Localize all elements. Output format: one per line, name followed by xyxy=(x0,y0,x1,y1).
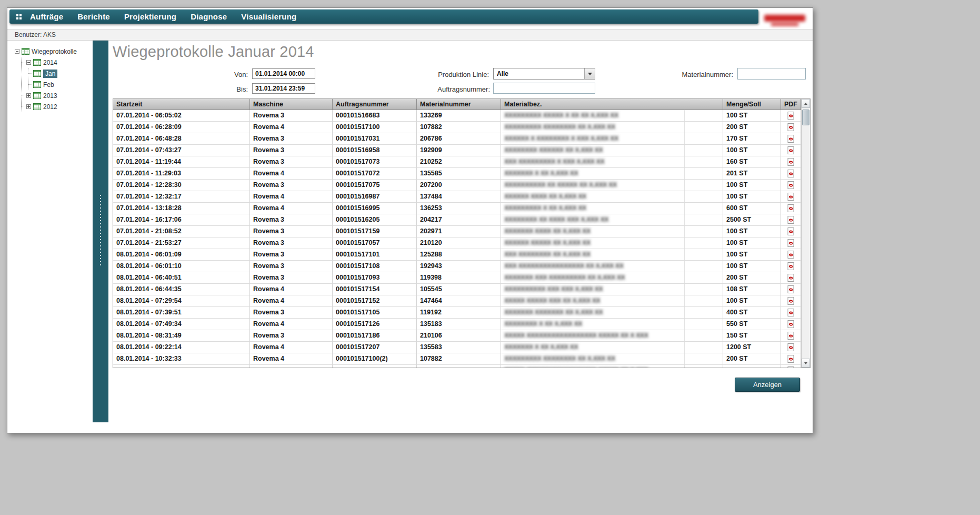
tree-label-root[interactable]: Wiegeprotokolle xyxy=(32,48,77,55)
expand-icon[interactable] xyxy=(26,93,31,98)
app-grid-icon[interactable] xyxy=(16,14,22,19)
pdf-icon[interactable] xyxy=(787,123,794,131)
scrollbar-thumb[interactable] xyxy=(802,110,809,125)
vertical-scrollbar[interactable] xyxy=(801,99,810,368)
cell-maschine: Rovema 3 xyxy=(250,156,333,168)
column-header-materialbez[interactable]: Materialbez. xyxy=(501,99,723,110)
tree-node-2013[interactable]: 2013 xyxy=(22,90,93,101)
pdf-icon[interactable] xyxy=(787,204,794,212)
table-row[interactable]: 07.01.2014 - 21:08:52 Rovema 3 000101517… xyxy=(113,226,801,237)
redacted-text: XXXXX XXXXX XXX XX X.XXX XX xyxy=(504,297,600,304)
table-row[interactable]: 08.01.2014 - 08:31:49 Rovema 3 000101517… xyxy=(113,330,801,342)
tree-node-2012[interactable]: 2012 xyxy=(22,101,93,112)
tree-node-feb[interactable]: Feb xyxy=(28,79,93,90)
table-row[interactable]: 07.01.2014 - 11:29:03 Rovema 4 000101517… xyxy=(113,168,801,180)
tree-label-2014[interactable]: 2014 xyxy=(43,59,57,66)
table-row[interactable]: 08.01.2014 - 09:22:14 Rovema 4 000101517… xyxy=(113,342,801,353)
cell-maschine: Rovema 3 xyxy=(250,226,333,237)
pdf-icon[interactable] xyxy=(787,112,794,120)
pdf-icon[interactable] xyxy=(787,158,794,166)
pdf-icon[interactable] xyxy=(787,285,794,293)
column-header-pdf[interactable]: PDF xyxy=(781,99,801,110)
column-header-materialnummer[interactable]: Materialnummer xyxy=(417,99,501,110)
pdf-icon[interactable] xyxy=(787,227,794,235)
table-row[interactable]: 07.01.2014 - 12:28:30 Rovema 3 000101517… xyxy=(113,180,801,191)
table-row[interactable]: 07.01.2014 - 07:43:27 Rovema 3 000101516… xyxy=(113,145,801,156)
pdf-icon[interactable] xyxy=(787,309,794,316)
collapse-icon[interactable] xyxy=(26,60,31,65)
cell-menge-soll: 600 ST xyxy=(723,203,781,214)
table-row[interactable]: 07.01.2014 - 16:17:06 Rovema 3 000101516… xyxy=(113,214,801,226)
pdf-icon[interactable] xyxy=(787,320,794,328)
pdf-icon[interactable] xyxy=(787,146,794,154)
cell-maschine: Rovema 3 xyxy=(250,145,333,156)
cell-startzeit: 07.01.2014 - 13:18:28 xyxy=(113,203,250,214)
menu-diagnose[interactable]: Diagnose xyxy=(191,12,227,21)
table-row[interactable]: 07.01.2014 - 06:48:28 Rovema 3 000101517… xyxy=(113,133,801,145)
cell-materialbez: XXXXXXXX X XX X.XXX XX xyxy=(501,319,723,330)
cell-maschine: Rovema 4 xyxy=(250,284,333,295)
column-header-mengesoll[interactable]: Menge/Soll xyxy=(723,99,781,110)
column-header-maschine[interactable]: Maschine xyxy=(250,99,333,110)
pdf-icon[interactable] xyxy=(787,332,794,340)
table-row[interactable]: 07.01.2014 - 06:28:09 Rovema 4 000101517… xyxy=(113,122,801,133)
table-row[interactable]: 08.01.2014 - 07:49:34 Rovema 4 000101517… xyxy=(113,319,801,330)
table-row[interactable]: 08.01.2014 - 06:40:51 Rovema 3 000101517… xyxy=(113,272,801,284)
von-input[interactable] xyxy=(252,68,315,79)
tree-label-jan[interactable]: Jan xyxy=(43,70,57,78)
table-row[interactable]: 08.01.2014 - 10:32:33 Rovema 4 000101517… xyxy=(113,353,801,365)
scroll-down-icon[interactable] xyxy=(802,359,810,368)
pdf-icon[interactable] xyxy=(787,367,794,368)
scroll-up-icon[interactable] xyxy=(802,99,810,108)
pdf-icon[interactable] xyxy=(787,193,794,201)
bis-input[interactable] xyxy=(252,83,315,94)
column-header-startzeit[interactable]: Startzeit xyxy=(113,99,250,110)
menu-berichte[interactable]: Berichte xyxy=(77,12,110,21)
pdf-icon[interactable] xyxy=(787,216,794,224)
table-row[interactable]: 08.01.2014 - 06:01:10 Rovema 3 000101517… xyxy=(113,261,801,272)
table-row[interactable]: 07.01.2014 - 21:53:27 Rovema 3 000101517… xyxy=(113,237,801,249)
panel-splitter[interactable] xyxy=(93,41,108,422)
table-row[interactable]: 07.01.2014 - 12:32:17 Rovema 4 000101516… xyxy=(113,191,801,203)
cell-pdf xyxy=(781,122,801,133)
menu-visualisierung[interactable]: Visualisierung xyxy=(241,12,296,21)
table-row[interactable]: 08.01.2014 - 10:58:07 Rovema 3 000101517… xyxy=(113,365,801,368)
table-row[interactable]: 07.01.2014 - 13:18:28 Rovema 4 000101516… xyxy=(113,203,801,214)
pdf-icon[interactable] xyxy=(787,355,794,363)
column-header-auftragsnummer[interactable]: Auftragsnummer xyxy=(333,99,417,110)
table-row[interactable]: 08.01.2014 - 07:29:54 Rovema 4 000101517… xyxy=(113,295,801,307)
table-row[interactable]: 07.01.2014 - 11:19:44 Rovema 3 000101517… xyxy=(113,156,801,168)
anzeigen-button[interactable]: Anzeigen xyxy=(735,378,800,392)
tree-label-feb[interactable]: Feb xyxy=(43,81,54,88)
auftragsnummer-input[interactable] xyxy=(493,83,595,94)
pdf-icon[interactable] xyxy=(787,135,794,143)
pdf-icon[interactable] xyxy=(787,343,794,351)
materialnummer-input[interactable] xyxy=(737,68,806,80)
pdf-icon[interactable] xyxy=(787,239,794,247)
tree-label-2013[interactable]: 2013 xyxy=(43,92,57,100)
pdf-icon[interactable] xyxy=(787,251,794,259)
tree-label-2012[interactable]: 2012 xyxy=(43,103,57,111)
redacted-text: XXXXXXXXXX XX XXXXX XX X.XXX XX xyxy=(504,181,617,189)
menu-auftraege[interactable]: Aufträge xyxy=(30,12,63,21)
tree-node-2014[interactable]: 2014 xyxy=(22,57,93,68)
tree-node-wiegeprotokolle[interactable]: Wiegeprotokolle xyxy=(15,46,93,57)
produktion-linie-dropdown[interactable]: Alle xyxy=(493,68,595,80)
cell-materialbez: XXXXXX XXXX XX X.XXX XX xyxy=(501,191,723,203)
table-row[interactable]: 08.01.2014 - 07:39:51 Rovema 3 000101517… xyxy=(113,307,801,319)
pdf-icon[interactable] xyxy=(787,262,794,270)
pdf-icon[interactable] xyxy=(787,181,794,189)
splitter-grip-icon[interactable] xyxy=(100,195,101,266)
dropdown-button[interactable] xyxy=(584,68,595,79)
menu-projektierung[interactable]: Projektierung xyxy=(124,12,176,21)
tree-node-jan[interactable]: Jan xyxy=(28,68,93,79)
table-row[interactable]: 07.01.2014 - 06:05:02 Rovema 3 000101516… xyxy=(113,110,801,122)
table-row[interactable]: 08.01.2014 - 06:44:35 Rovema 4 000101517… xyxy=(113,284,801,295)
collapse-icon[interactable] xyxy=(15,49,19,54)
pdf-icon[interactable] xyxy=(787,170,794,177)
cell-materialnummer: 136253 xyxy=(417,203,501,214)
table-row[interactable]: 08.01.2014 - 06:01:09 Rovema 3 000101517… xyxy=(113,249,801,261)
pdf-icon[interactable] xyxy=(787,274,794,282)
expand-icon[interactable] xyxy=(26,104,31,109)
pdf-icon[interactable] xyxy=(787,297,794,305)
